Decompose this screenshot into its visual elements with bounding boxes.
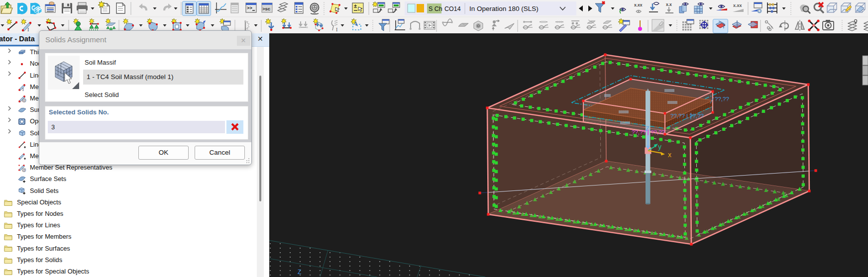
svg-text:>>: >> (247, 6, 252, 11)
svg-text:>sc: >sc (262, 6, 270, 11)
svg-text:x: x (668, 151, 671, 159)
svg-text:@: @ (22, 168, 26, 172)
svg-text:y: y (658, 143, 661, 151)
svg-text:@: @ (22, 98, 26, 103)
svg-text:Z: Z (298, 269, 301, 276)
svg-text:??,??: ??,?? (715, 96, 729, 102)
svg-text:x.xx: x.xx (733, 3, 742, 8)
svg-text:I: I (27, 27, 29, 32)
svg-text:CO14: CO14 (444, 5, 461, 12)
svg-text:±: ± (354, 3, 357, 9)
svg-text:I: I (336, 27, 337, 32)
svg-text:S Ch: S Ch (429, 5, 442, 12)
svg-text:??,?? | ??,??: ??,?? | ??,?? (670, 113, 704, 119)
svg-text:x.x: x.x (666, 2, 672, 7)
svg-text:x.xx: x.xx (634, 2, 643, 7)
svg-text:I: I (22, 88, 24, 92)
svg-text:In Operation 180 (SLS): In Operation 180 (SLS) (469, 5, 539, 12)
